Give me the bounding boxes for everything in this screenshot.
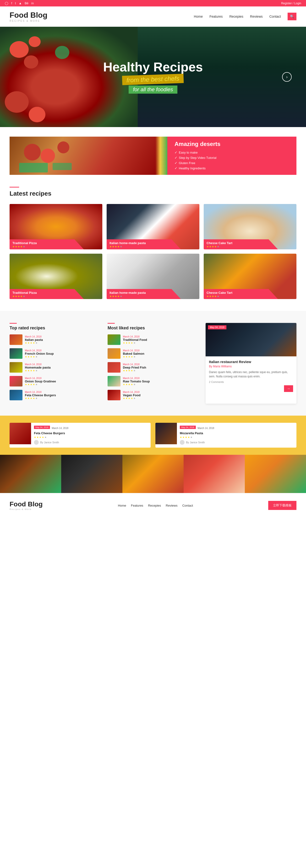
- top-rated-info-2: March 14, 2018 French Onion Soup ★★★★★: [25, 349, 101, 358]
- promo-image: [9, 136, 167, 175]
- promo-check-3: ✓ Gluten Free: [174, 161, 289, 165]
- gallery-item-2[interactable]: [61, 455, 122, 493]
- bottom-card-date-1: March 14, 2018: [52, 427, 68, 430]
- hero-text: Healthy Recipes from the best chefs for …: [103, 60, 203, 94]
- most-liked-thumb-3: [108, 362, 120, 373]
- top-rated-info-3: March 14, 2018 Homemade pasta ★★★★★: [25, 363, 101, 372]
- review-card-arrow-btn[interactable]: →: [284, 385, 293, 392]
- behance-icon[interactable]: Bē: [25, 1, 28, 5]
- facebook-icon[interactable]: f: [11, 1, 12, 5]
- nav-reviews[interactable]: Reviews: [250, 14, 263, 19]
- top-rated-date-3: March 14, 2018: [25, 363, 101, 366]
- most-liked-date-3: March 14, 2018: [123, 363, 198, 366]
- promo-check-2: ✓ Step by Step Video Tutorial: [174, 156, 289, 160]
- hero-next-arrow[interactable]: ›: [282, 72, 291, 82]
- instagram-icon[interactable]: ▲: [19, 1, 22, 5]
- top-rated-info-1: March 14, 2018 Italian pasta ★★★★★: [25, 335, 101, 344]
- footer-cta-button[interactable]: 立即下载模板: [268, 501, 297, 510]
- hero-subtitle-2: for all the foodies: [129, 86, 177, 94]
- most-liked-item-5[interactable]: March 14, 2018 Vegan Food ★★★★★: [108, 390, 198, 400]
- top-rated-item-3[interactable]: March 14, 2018 Homemade pasta ★★★★★: [9, 362, 101, 373]
- top-rated-item-5[interactable]: March 14, 2018 Feta Cheese Burgers ★★★★★: [9, 390, 101, 400]
- twitter-icon[interactable]: t: [15, 1, 16, 5]
- search-button[interactable]: 🔍: [287, 13, 297, 20]
- top-bar: ◯ f t ▲ Bē in Register / Login: [0, 0, 306, 6]
- bottom-card-stars-2: ★★★★★: [180, 436, 294, 438]
- check-icon-1: ✓: [174, 151, 177, 154]
- top-rated-thumb-5: [9, 390, 23, 400]
- review-card-comments: 2 Comments: [209, 380, 293, 383]
- hero-title: Healthy Recipes: [103, 60, 203, 73]
- most-liked-thumb-2: [108, 348, 120, 359]
- recipe-card-3[interactable]: Chesse Cake Tart ★ ★ ★ ★ ★: [204, 204, 297, 249]
- top-rated-item-2[interactable]: March 14, 2018 French Onion Soup ★★★★★: [9, 348, 101, 359]
- promo-check-4: ✓ Healthy Ingredients: [174, 166, 289, 170]
- most-liked-thumb-1: [108, 334, 120, 345]
- bottom-card-1[interactable]: May 04, 2018 March 14, 2018 Feta Cheese …: [9, 423, 150, 447]
- top-rated-date-4: March 14, 2018: [25, 377, 101, 379]
- bottom-card-content-2: May 04, 2018 March 14, 2018 Mozarella Pa…: [177, 423, 297, 447]
- top-rated-title-bar: [9, 323, 17, 324]
- section-title-bar: [9, 187, 19, 187]
- nav-features[interactable]: Features: [210, 14, 223, 19]
- top-rated-name-4: Onion Soup Gratinee: [25, 379, 101, 383]
- author-avatar-1: [34, 440, 39, 445]
- top-rated-thumb-3: [9, 362, 23, 373]
- recipe-grid: Traditional Pizza ★ ★ ★ ★ ★ Italian home…: [9, 204, 297, 299]
- most-liked-info-5: March 14, 2018 Vegan Food ★★★★★: [123, 391, 198, 400]
- gallery-item-3[interactable]: [122, 455, 184, 493]
- bottom-card-badge-1: May 04, 2018: [34, 426, 50, 429]
- recipe-card-6[interactable]: Chesse Cake Tart ★ ★ ★ ★ ★: [204, 254, 297, 299]
- register-login-link[interactable]: Register / Login: [281, 2, 301, 5]
- most-liked-stars-4: ★★★★★: [123, 383, 198, 386]
- most-liked-item-3[interactable]: March 14, 2018 Deep Fried Fish ★★★★★: [108, 362, 198, 373]
- check-icon-3: ✓: [174, 161, 177, 165]
- most-liked-item-2[interactable]: March 14, 2018 Baked Salmon ★★★★★: [108, 348, 198, 359]
- top-rated-thumb-2: [9, 348, 23, 359]
- bottom-card-title-2: Mozarella Pasta: [180, 431, 294, 435]
- pinterest-icon[interactable]: ◯: [5, 1, 8, 5]
- nav-recepies[interactable]: Recepies: [229, 14, 243, 19]
- footer-nav-features[interactable]: Features: [131, 504, 143, 507]
- top-rated-stars-5: ★★★★★: [25, 397, 101, 400]
- most-liked-date-2: March 14, 2018: [123, 349, 198, 352]
- most-liked-stars-3: ★★★★★: [123, 369, 198, 372]
- gallery-item-1[interactable]: [0, 455, 61, 493]
- most-liked-info-1: March 14, 2018 Traditional Food ★★★★★: [123, 335, 198, 344]
- top-rated-thumb-4: [9, 376, 23, 386]
- bottom-card-2[interactable]: May 04, 2018 March 14, 2018 Mozarella Pa…: [156, 423, 297, 447]
- top-rated-stars-1: ★★★★★: [25, 342, 101, 344]
- most-liked-item-4[interactable]: March 14, 2018 Raw Tomato Soup ★★★★★: [108, 376, 198, 386]
- gallery-item-5[interactable]: [245, 455, 306, 493]
- linkedin-icon[interactable]: in: [31, 1, 34, 5]
- top-rated-stars-2: ★★★★★: [25, 355, 101, 358]
- footer-logo-sub: Recipes & More: [9, 508, 43, 510]
- footer-nav-reviews[interactable]: Reviews: [166, 504, 177, 507]
- most-liked-item-1[interactable]: March 14, 2018 Traditional Food ★★★★★: [108, 334, 198, 345]
- recipe-card-1[interactable]: Traditional Pizza ★ ★ ★ ★ ★: [9, 204, 102, 249]
- top-rated-item-1[interactable]: March 14, 2018 Italian pasta ★★★★★: [9, 334, 101, 345]
- gallery-item-4[interactable]: [184, 455, 245, 493]
- footer-nav-recepies[interactable]: Recepies: [148, 504, 161, 507]
- hero-section: Healthy Recipes from the best chefs for …: [0, 27, 306, 127]
- footer-logo-title: Food Blog: [9, 500, 43, 508]
- recipe-card-5[interactable]: Italian home-made pasta ★ ★ ★ ★ ★: [107, 254, 199, 299]
- footer-nav-contact[interactable]: Contact: [182, 504, 193, 507]
- most-liked-stars-1: ★★★★★: [123, 342, 198, 344]
- footer-nav-home[interactable]: Home: [118, 504, 126, 507]
- top-rated-item-4[interactable]: March 14, 2018 Onion Soup Gratinee ★★★★★: [9, 376, 101, 386]
- nav-contact[interactable]: Contact: [270, 14, 281, 19]
- nav-home[interactable]: Home: [194, 14, 203, 19]
- most-liked-name-2: Baked Salmon: [123, 352, 198, 355]
- most-liked-thumb-5: [108, 390, 120, 400]
- latest-recipes-section: Latest recipes Traditional Pizza ★ ★ ★ ★…: [0, 175, 306, 311]
- footer-nav: Home Features Recepies Reviews Contact: [118, 504, 193, 507]
- recipe-card-4[interactable]: Traditional Pizza ★ ★ ★ ★ ★: [9, 254, 102, 299]
- most-liked-info-3: March 14, 2018 Deep Fried Fish ★★★★★: [123, 363, 198, 372]
- most-liked-name-4: Raw Tomato Soup: [123, 379, 198, 383]
- check-icon-4: ✓: [174, 166, 177, 170]
- top-rated-date-1: March 14, 2018: [25, 335, 101, 338]
- recipe-card-2[interactable]: Italian home-made pasta ★ ★ ★ ★ ★: [107, 204, 199, 249]
- most-liked-name-1: Traditional Food: [123, 338, 198, 342]
- promo-check-1: ✓ Easy to make: [174, 151, 289, 154]
